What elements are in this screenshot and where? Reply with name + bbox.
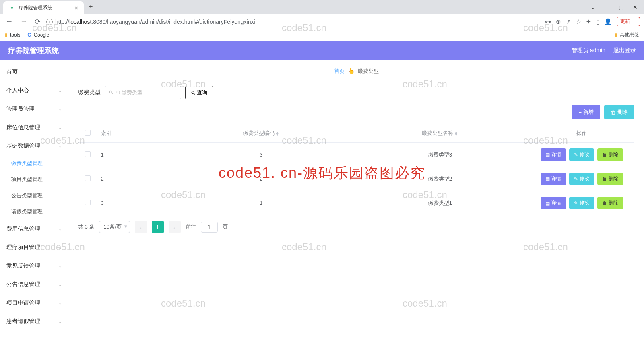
menu-fee-info[interactable]: 费用信息管理⌄ bbox=[0, 220, 68, 238]
pagination: 共 3 条 10条/页 ‹ 1 › 前往 页 bbox=[78, 221, 634, 233]
delete-button[interactable]: 🗑 删除 bbox=[597, 173, 623, 185]
sidebar: 首页 个人中心⌄ 管理员管理⌄ 床位信息管理⌄ 基础数据管理⌄ 缴费类型管理 项… bbox=[0, 60, 68, 346]
site-info-icon[interactable]: i bbox=[46, 19, 53, 25]
query-button[interactable]: ⚲ 查询 bbox=[185, 86, 213, 99]
address-bar: ← → ⟳ i http://localhost:8080/liaoyangyu… bbox=[0, 14, 644, 29]
prev-page-button[interactable]: ‹ bbox=[135, 221, 147, 233]
menu-project-apply[interactable]: 项目申请管理⌄ bbox=[0, 294, 68, 312]
key-icon[interactable]: ⊶ bbox=[545, 18, 551, 25]
col-code[interactable]: 缴费类型编码▲▼ bbox=[172, 124, 351, 143]
vue-favicon: ▼ bbox=[9, 5, 15, 11]
detail-button[interactable]: ▤ 详情 bbox=[541, 173, 566, 185]
menu-personal[interactable]: 个人中心⌄ bbox=[0, 81, 68, 100]
bookmarks-bar: ▮tools GGoogle ▮其他书签 bbox=[0, 29, 644, 41]
logout-link[interactable]: 退出登录 bbox=[613, 47, 636, 54]
window-close-icon[interactable]: ✕ bbox=[633, 4, 638, 10]
row-checkbox[interactable] bbox=[85, 151, 91, 157]
cell-index: 1 bbox=[97, 143, 172, 167]
chevron-down-icon: ⌄ bbox=[58, 126, 62, 130]
goto-suffix: 页 bbox=[223, 223, 228, 231]
bookmark-google[interactable]: GGoogle bbox=[27, 32, 49, 38]
menu-notice-info[interactable]: 公告信息管理⌄ bbox=[0, 275, 68, 294]
menu-patient-leave[interactable]: 患者请假管理⌄ bbox=[0, 312, 68, 331]
menu-home[interactable]: 首页 bbox=[0, 63, 68, 81]
profile-icon[interactable]: 👤 bbox=[604, 18, 612, 25]
col-name[interactable]: 缴费类型名称▲▼ bbox=[351, 124, 530, 143]
window-minimize-icon[interactable]: — bbox=[604, 4, 610, 10]
page-1-button[interactable]: 1 bbox=[152, 221, 164, 233]
delete-button[interactable]: 🗑 删除 bbox=[597, 197, 623, 209]
menu-admin[interactable]: 管理员管理⌄ bbox=[0, 100, 68, 118]
action-row: +新增 🗑删除 bbox=[78, 105, 634, 119]
detail-button[interactable]: ▤ 详情 bbox=[541, 197, 566, 209]
delete-button[interactable]: 🗑 删除 bbox=[597, 148, 623, 161]
batch-delete-button[interactable]: 🗑删除 bbox=[604, 105, 634, 119]
share-icon[interactable]: ↗ bbox=[566, 18, 571, 25]
menu-basedata[interactable]: 基础数据管理⌄ bbox=[0, 137, 68, 155]
window-maximize-icon[interactable]: ▢ bbox=[619, 4, 624, 10]
chevron-down-icon: ⌄ bbox=[58, 107, 62, 111]
forward-icon[interactable]: → bbox=[19, 17, 29, 26]
browser-tab[interactable]: ▼ 疗养院管理系统 × bbox=[3, 1, 84, 14]
cell-name: 缴费类型1 bbox=[351, 191, 530, 215]
menu-therapy[interactable]: 理疗项目管理⌄ bbox=[0, 238, 68, 257]
bookmark-tools[interactable]: ▮tools bbox=[5, 32, 20, 38]
edit-button[interactable]: ✎ 修改 bbox=[569, 173, 594, 185]
goto-prefix: 前往 bbox=[186, 223, 196, 231]
browser-tab-bar: ▼ 疗养院管理系统 × + ⌄ — ▢ ✕ bbox=[0, 0, 644, 14]
search-input[interactable]: ⚲ 缴费类型 bbox=[105, 86, 181, 99]
user-label[interactable]: 管理员 admin bbox=[572, 47, 605, 54]
app-title: 疗养院管理系统 bbox=[8, 46, 59, 56]
page-size-select[interactable]: 10条/页 bbox=[99, 221, 130, 233]
row-checkbox[interactable] bbox=[85, 200, 91, 205]
reload-icon[interactable]: ⟳ bbox=[33, 17, 42, 26]
menu-feedback[interactable]: 意见反馈管理⌄ bbox=[0, 257, 68, 275]
add-button[interactable]: +新增 bbox=[572, 105, 600, 119]
pencil-icon: ✎ bbox=[574, 200, 578, 206]
breadcrumb-current: 缴费类型 bbox=[358, 68, 379, 75]
chevron-down-icon: ⌄ bbox=[58, 301, 62, 305]
chevron-down-icon: ⌄ bbox=[58, 89, 62, 93]
cell-name: 缴费类型2 bbox=[351, 167, 530, 191]
goto-input[interactable] bbox=[201, 222, 218, 233]
select-all-checkbox[interactable] bbox=[85, 130, 91, 136]
update-button[interactable]: 更新 ⋮ bbox=[617, 17, 640, 26]
cell-index: 3 bbox=[97, 191, 172, 215]
cell-index: 2 bbox=[97, 167, 172, 191]
submenu-leave-type[interactable]: 请假类型管理 bbox=[0, 204, 68, 220]
list-icon: ▤ bbox=[545, 200, 550, 206]
translate-icon[interactable]: ⊕ bbox=[556, 18, 561, 25]
cell-code: 1 bbox=[172, 191, 351, 215]
search-row: 缴费类型 ⚲ 缴费类型 ⚲ 查询 bbox=[78, 86, 634, 99]
hand-icon: 👆 bbox=[348, 68, 355, 74]
window-dropdown-icon[interactable]: ⌄ bbox=[590, 4, 595, 10]
detail-button[interactable]: ▤ 详情 bbox=[541, 148, 566, 161]
close-tab-icon[interactable]: × bbox=[75, 5, 78, 11]
submenu-project-type[interactable]: 项目类型管理 bbox=[0, 171, 68, 187]
extensions-icon[interactable]: ✦ bbox=[586, 18, 591, 25]
sort-icon[interactable]: ▲▼ bbox=[454, 131, 458, 136]
app-header: 疗养院管理系统 管理员 admin 退出登录 bbox=[0, 41, 644, 60]
col-index[interactable]: 索引 bbox=[97, 124, 172, 143]
submenu-notice-type[interactable]: 公告类型管理 bbox=[0, 187, 68, 204]
edit-button[interactable]: ✎ 修改 bbox=[569, 197, 594, 209]
bookmark-other[interactable]: ▮其他书签 bbox=[615, 31, 639, 38]
chevron-down-icon: ⌄ bbox=[58, 144, 62, 148]
table-row: 22缴费类型2▤ 详情✎ 修改🗑 删除 bbox=[78, 167, 634, 191]
sort-icon[interactable]: ▲▼ bbox=[275, 131, 279, 136]
row-checkbox[interactable] bbox=[85, 175, 91, 181]
new-tab-button[interactable]: + bbox=[84, 0, 98, 14]
submenu-fee-type[interactable]: 缴费类型管理 bbox=[0, 155, 68, 171]
url-field[interactable]: i http://localhost:8080/liaoyangyuan/adm… bbox=[46, 19, 541, 25]
sidepanel-icon[interactable]: ▯ bbox=[596, 18, 599, 25]
breadcrumb-home[interactable]: 首页 bbox=[334, 68, 345, 75]
back-icon[interactable]: ← bbox=[4, 17, 14, 26]
main-content: 首页 👆 缴费类型 缴费类型 ⚲ 缴费类型 ⚲ 查询 +新增 🗑删除 bbox=[68, 60, 644, 346]
trash-icon: 🗑 bbox=[602, 176, 607, 182]
pencil-icon: ✎ bbox=[574, 152, 578, 158]
next-page-button[interactable]: › bbox=[169, 221, 181, 233]
bookmark-icon[interactable]: ☆ bbox=[576, 18, 581, 25]
menu-bed[interactable]: 床位信息管理⌄ bbox=[0, 118, 68, 137]
edit-button[interactable]: ✎ 修改 bbox=[569, 148, 594, 161]
trash-icon: 🗑 bbox=[602, 152, 607, 158]
